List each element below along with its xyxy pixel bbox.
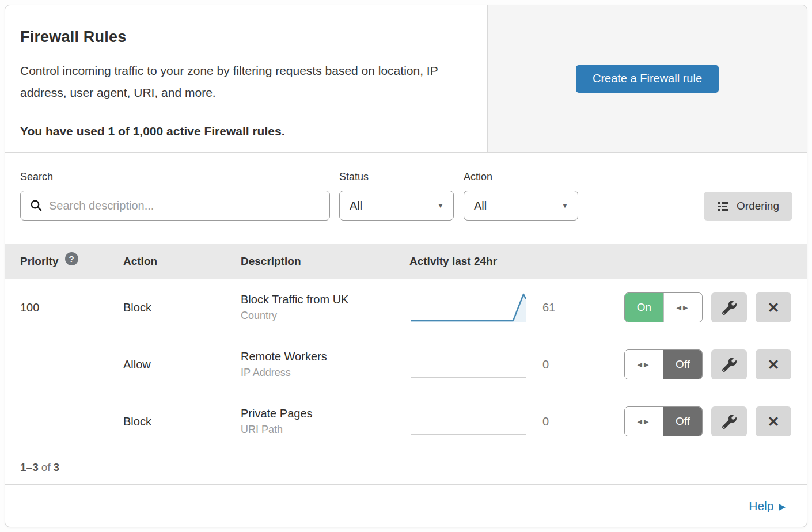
rule-activity: 0 ◀▶ Off ✕ bbox=[409, 405, 807, 438]
rule-description: Private Pages URI Path bbox=[241, 407, 409, 436]
arrow-right-icon: ▶ bbox=[779, 501, 786, 512]
usage-summary: You have used 1 of 1,000 active Firewall… bbox=[20, 124, 464, 138]
rule-activity: 0 ◀▶ Off ✕ bbox=[409, 348, 807, 381]
table-row: Allow Remote Workers IP Address 0 ◀▶ Off bbox=[5, 336, 807, 393]
toggle-state-label: Off bbox=[663, 350, 702, 379]
delete-rule-button[interactable]: ✕ bbox=[756, 406, 791, 436]
help-link[interactable]: Help ▶ bbox=[749, 499, 786, 513]
search-box bbox=[20, 191, 330, 221]
close-icon: ✕ bbox=[768, 413, 780, 430]
pagination-bar: 1–3 of 3 bbox=[5, 450, 807, 485]
search-icon bbox=[29, 199, 43, 212]
help-link-label: Help bbox=[749, 499, 773, 513]
rule-match-type: URI Path bbox=[241, 424, 409, 436]
rule-name: Private Pages bbox=[241, 407, 409, 420]
toggle-handle-icon: ◀▶ bbox=[625, 350, 663, 379]
toggle-handle-icon: ◀▶ bbox=[663, 293, 702, 322]
action-selected-value: All bbox=[474, 199, 487, 212]
wrench-icon bbox=[722, 301, 737, 315]
action-filter-group: Action All ▼ bbox=[464, 171, 578, 221]
ordering-button[interactable]: Ordering bbox=[704, 192, 792, 221]
status-filter-group: Status All ▼ bbox=[339, 171, 454, 221]
rule-match-type: Country bbox=[241, 310, 409, 322]
column-priority: Priority ? bbox=[5, 255, 123, 268]
activity-count: 0 bbox=[542, 358, 569, 371]
close-icon: ✕ bbox=[768, 356, 780, 373]
rule-enabled-toggle[interactable]: On ◀▶ bbox=[624, 292, 703, 322]
column-priority-label: Priority bbox=[20, 255, 59, 268]
ordered-list-icon bbox=[717, 201, 729, 212]
header-action-panel: Create a Firewall rule bbox=[487, 5, 807, 152]
edit-rule-button[interactable] bbox=[711, 292, 747, 322]
status-selected-value: All bbox=[350, 199, 362, 212]
wrench-icon bbox=[722, 358, 737, 372]
chevron-down-icon: ▼ bbox=[437, 202, 444, 210]
pagination-range: 1–3 bbox=[20, 461, 39, 474]
rule-description: Block Traffic from UK Country bbox=[241, 293, 409, 322]
firewall-rules-card: Firewall Rules Control incoming traffic … bbox=[5, 5, 807, 527]
pagination-total: 3 bbox=[54, 461, 60, 474]
page-description: Control incoming traffic to your zone by… bbox=[20, 60, 441, 104]
rule-name: Remote Workers bbox=[241, 350, 409, 363]
table-row: 100 Block Block Traffic from UK Country … bbox=[5, 279, 807, 336]
pagination-of: of bbox=[41, 461, 51, 474]
rule-action: Allow bbox=[123, 358, 241, 371]
status-label: Status bbox=[339, 171, 454, 183]
activity-count: 0 bbox=[542, 415, 569, 428]
rule-match-type: IP Address bbox=[241, 367, 409, 379]
header-section: Firewall Rules Control incoming traffic … bbox=[5, 5, 807, 153]
delete-rule-button[interactable]: ✕ bbox=[756, 349, 791, 379]
toggle-handle-icon: ◀▶ bbox=[625, 407, 663, 436]
wrench-icon bbox=[722, 415, 737, 429]
rule-action: Block bbox=[123, 301, 241, 314]
status-select[interactable]: All ▼ bbox=[339, 191, 454, 221]
rule-enabled-toggle[interactable]: ◀▶ Off bbox=[624, 349, 703, 379]
rule-name: Block Traffic from UK bbox=[241, 293, 409, 306]
column-action: Action bbox=[123, 255, 241, 268]
help-bar: Help ▶ bbox=[5, 485, 807, 527]
row-controls: ◀▶ Off ✕ bbox=[624, 406, 791, 436]
column-description: Description bbox=[241, 255, 409, 268]
rule-action: Block bbox=[123, 415, 241, 428]
rule-enabled-toggle[interactable]: ◀▶ Off bbox=[624, 406, 703, 436]
search-label: Search bbox=[20, 171, 330, 183]
action-label: Action bbox=[464, 171, 578, 183]
ordering-button-label: Ordering bbox=[737, 200, 779, 212]
search-filter-group: Search bbox=[20, 171, 330, 221]
edit-rule-button[interactable] bbox=[711, 349, 747, 379]
filter-bar: Search Status All ▼ Action All ▼ bbox=[5, 153, 807, 244]
edit-rule-button[interactable] bbox=[711, 406, 747, 436]
toggle-state-label: Off bbox=[663, 407, 702, 436]
priority-help-icon[interactable]: ? bbox=[65, 252, 78, 265]
page-title: Firewall Rules bbox=[20, 28, 464, 46]
delete-rule-button[interactable]: ✕ bbox=[756, 292, 791, 322]
activity-sparkline bbox=[409, 291, 528, 324]
row-controls: On ◀▶ ✕ bbox=[624, 292, 791, 322]
close-icon: ✕ bbox=[768, 299, 780, 316]
column-activity: Activity last 24hr bbox=[409, 255, 807, 268]
table-header: Priority ? Action Description Activity l… bbox=[5, 244, 807, 279]
activity-count: 61 bbox=[542, 301, 569, 314]
table-row: Block Private Pages URI Path 0 ◀▶ Off bbox=[5, 393, 807, 450]
activity-sparkline bbox=[409, 348, 528, 381]
rule-priority: 100 bbox=[5, 301, 123, 314]
header-text-block: Firewall Rules Control incoming traffic … bbox=[5, 5, 487, 152]
create-firewall-rule-button[interactable]: Create a Firewall rule bbox=[576, 65, 719, 93]
toggle-state-label: On bbox=[625, 293, 663, 322]
action-select[interactable]: All ▼ bbox=[464, 191, 578, 221]
search-input[interactable] bbox=[20, 191, 330, 221]
activity-sparkline bbox=[409, 405, 528, 438]
rule-description: Remote Workers IP Address bbox=[241, 350, 409, 379]
row-controls: ◀▶ Off ✕ bbox=[624, 349, 791, 379]
rule-activity: 61 On ◀▶ ✕ bbox=[409, 291, 807, 324]
chevron-down-icon: ▼ bbox=[561, 202, 568, 210]
